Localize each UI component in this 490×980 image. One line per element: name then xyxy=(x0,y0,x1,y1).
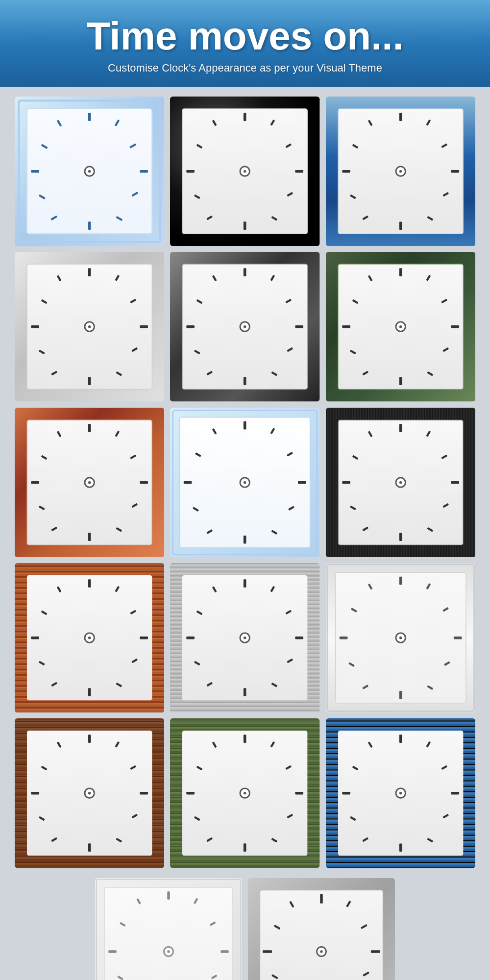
svg-rect-274 xyxy=(167,891,170,899)
svg-point-68 xyxy=(88,325,91,328)
svg-rect-56 xyxy=(140,325,148,328)
svg-rect-39 xyxy=(451,170,459,173)
svg-rect-219 xyxy=(140,792,148,795)
clock-grid xyxy=(0,87,490,878)
svg-rect-89 xyxy=(399,269,402,277)
svg-rect-146 xyxy=(342,481,350,484)
clock-item-4[interactable] xyxy=(15,252,164,401)
svg-rect-200 xyxy=(454,637,462,639)
svg-point-212 xyxy=(399,637,402,639)
clock-item-2[interactable] xyxy=(170,97,319,246)
svg-rect-23 xyxy=(244,221,246,230)
svg-rect-184 xyxy=(187,637,195,639)
svg-rect-92 xyxy=(342,325,350,328)
svg-rect-124 xyxy=(244,421,246,429)
svg-point-119 xyxy=(88,481,91,484)
svg-rect-90 xyxy=(451,325,459,328)
svg-rect-40 xyxy=(399,221,402,230)
clock-item-6[interactable] xyxy=(326,252,475,401)
clock-item-15[interactable] xyxy=(326,718,475,868)
svg-rect-165 xyxy=(31,637,39,639)
svg-rect-144 xyxy=(451,481,459,484)
svg-rect-38 xyxy=(399,113,402,121)
svg-rect-145 xyxy=(399,533,402,541)
svg-rect-258 xyxy=(399,844,402,852)
svg-rect-7 xyxy=(31,170,39,173)
svg-rect-164 xyxy=(88,688,91,696)
svg-rect-275 xyxy=(220,950,228,953)
svg-rect-238 xyxy=(295,792,304,795)
svg-rect-277 xyxy=(108,950,116,953)
svg-point-175 xyxy=(88,637,91,639)
svg-point-250 xyxy=(244,792,246,795)
svg-rect-21 xyxy=(244,113,246,121)
clock-item-3[interactable] xyxy=(326,97,475,246)
svg-point-231 xyxy=(88,792,91,795)
svg-point-269 xyxy=(399,792,402,795)
svg-point-304 xyxy=(320,950,322,953)
svg-rect-163 xyxy=(140,637,148,639)
svg-rect-109 xyxy=(31,481,39,484)
svg-rect-220 xyxy=(88,844,91,852)
svg-rect-294 xyxy=(263,950,272,953)
svg-rect-5 xyxy=(140,170,148,173)
svg-point-156 xyxy=(399,481,402,484)
svg-rect-106 xyxy=(88,424,91,432)
svg-rect-289 xyxy=(260,890,383,980)
svg-rect-240 xyxy=(187,792,195,795)
clock-item-10[interactable] xyxy=(15,563,164,712)
svg-point-287 xyxy=(167,950,170,953)
svg-rect-292 xyxy=(371,950,380,953)
svg-rect-257 xyxy=(451,792,459,795)
svg-rect-73 xyxy=(295,325,304,328)
svg-rect-22 xyxy=(295,170,304,173)
clock-item-1[interactable] xyxy=(15,97,164,246)
svg-point-17 xyxy=(88,170,91,173)
svg-rect-199 xyxy=(399,577,402,585)
clock-item-9[interactable] xyxy=(326,408,475,557)
svg-rect-6 xyxy=(88,221,91,230)
clock-item-8[interactable] xyxy=(170,408,319,557)
svg-rect-218 xyxy=(88,735,91,743)
svg-point-34 xyxy=(244,170,246,173)
svg-rect-291 xyxy=(320,894,322,903)
svg-rect-72 xyxy=(244,269,246,277)
bottom-clock-row xyxy=(0,878,490,980)
svg-rect-181 xyxy=(244,579,246,588)
svg-rect-221 xyxy=(31,792,39,795)
svg-rect-57 xyxy=(88,377,91,386)
svg-rect-75 xyxy=(187,325,195,328)
header: Time moves on... Customise Clock's Appea… xyxy=(0,0,490,87)
clock-item-14[interactable] xyxy=(170,718,319,868)
clock-item-16[interactable] xyxy=(95,878,242,980)
clock-item-17[interactable] xyxy=(248,878,395,980)
svg-rect-4 xyxy=(88,113,91,121)
svg-rect-74 xyxy=(244,377,246,386)
svg-rect-107 xyxy=(140,481,148,484)
clock-item-7[interactable] xyxy=(15,408,164,557)
clock-item-11[interactable] xyxy=(170,563,319,712)
svg-rect-237 xyxy=(244,735,246,743)
svg-rect-24 xyxy=(187,170,195,173)
clock-item-5[interactable] xyxy=(170,252,319,401)
svg-rect-108 xyxy=(88,533,91,541)
svg-rect-202 xyxy=(339,637,347,639)
clock-item-12[interactable] xyxy=(326,563,475,712)
svg-rect-183 xyxy=(244,688,246,696)
svg-point-102 xyxy=(399,325,402,328)
svg-rect-256 xyxy=(399,735,402,743)
clock-item-13[interactable] xyxy=(15,718,164,868)
svg-rect-125 xyxy=(298,481,306,484)
svg-rect-91 xyxy=(399,377,402,386)
svg-rect-162 xyxy=(88,579,91,588)
svg-rect-55 xyxy=(88,269,91,277)
svg-rect-41 xyxy=(342,170,350,173)
svg-rect-126 xyxy=(244,536,246,544)
svg-point-194 xyxy=(244,637,246,639)
svg-point-85 xyxy=(244,325,246,328)
svg-rect-58 xyxy=(31,325,39,328)
svg-rect-127 xyxy=(184,481,192,484)
svg-point-51 xyxy=(399,170,402,173)
svg-rect-143 xyxy=(399,424,402,432)
svg-rect-201 xyxy=(399,691,402,699)
